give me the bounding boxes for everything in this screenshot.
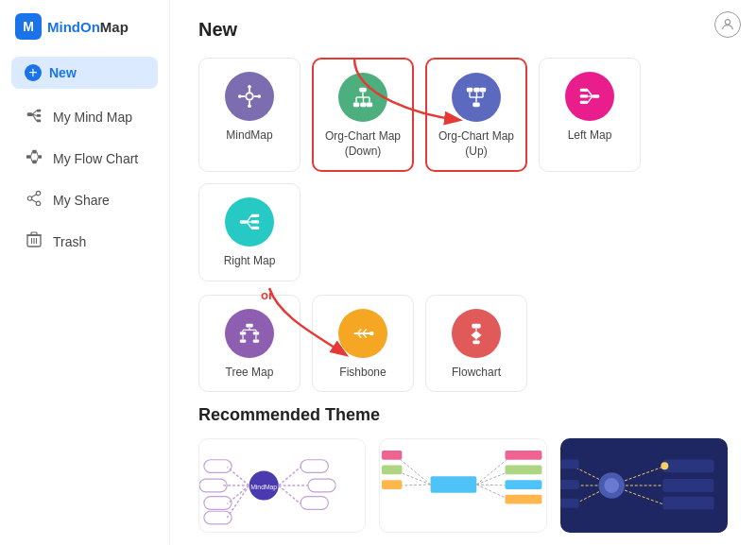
svg-rect-99 bbox=[204, 460, 232, 473]
main-content: New MindMap Org-Chart Map(Down) Org-Char… bbox=[170, 0, 756, 545]
or-label: or bbox=[261, 288, 273, 302]
map-card-left-map[interactable]: Left Map bbox=[539, 58, 641, 172]
map-card-mindmap[interactable]: MindMap bbox=[198, 58, 301, 172]
svg-rect-55 bbox=[593, 94, 599, 98]
sidebar-item-my-flow-chart[interactable]: My Flow Chart bbox=[6, 139, 163, 179]
svg-line-92 bbox=[279, 468, 301, 485]
svg-text:MindMap: MindMap bbox=[250, 484, 277, 491]
svg-rect-22 bbox=[31, 232, 37, 235]
svg-line-110 bbox=[399, 472, 431, 485]
svg-rect-56 bbox=[580, 89, 588, 92]
svg-line-19 bbox=[31, 199, 36, 202]
new-label: New bbox=[49, 65, 77, 80]
map-card-flowchart[interactable]: Flowchart bbox=[425, 295, 527, 393]
map-card-org-chart-down[interactable]: Org-Chart Map(Down) bbox=[312, 58, 414, 172]
svg-line-118 bbox=[477, 485, 509, 485]
svg-rect-88 bbox=[472, 340, 479, 344]
mindmap-icon bbox=[225, 72, 274, 121]
svg-rect-93 bbox=[301, 460, 328, 473]
svg-point-33 bbox=[248, 85, 251, 89]
sidebar: M MindOnMap + New My Mind Map My Flow Ch… bbox=[0, 0, 170, 545]
sidebar-item-trash[interactable]: Trash bbox=[6, 222, 163, 262]
map-card-right-map[interactable]: Right Map bbox=[198, 183, 301, 281]
map-card-org-chart-up[interactable]: Org-Chart Map (Up) bbox=[425, 58, 527, 172]
svg-rect-8 bbox=[32, 150, 37, 154]
svg-rect-131 bbox=[560, 480, 579, 489]
svg-rect-109 bbox=[382, 451, 402, 460]
svg-point-28 bbox=[247, 94, 252, 99]
svg-point-36 bbox=[257, 94, 261, 98]
tree-map-icon bbox=[225, 309, 274, 358]
svg-point-26 bbox=[725, 20, 730, 25]
svg-rect-70 bbox=[240, 332, 246, 334]
svg-line-13 bbox=[37, 152, 39, 157]
svg-point-17 bbox=[27, 196, 32, 201]
my-flow-chart-label: My Flow Chart bbox=[53, 151, 138, 166]
svg-line-59 bbox=[588, 91, 593, 97]
svg-rect-117 bbox=[506, 466, 542, 475]
svg-rect-121 bbox=[506, 495, 542, 504]
svg-rect-62 bbox=[240, 220, 247, 224]
svg-line-4 bbox=[32, 111, 37, 114]
svg-rect-119 bbox=[506, 481, 542, 490]
svg-line-114 bbox=[477, 458, 509, 485]
svg-rect-39 bbox=[360, 103, 367, 108]
flowchart-label: Flowchart bbox=[452, 366, 501, 381]
logo-icon: M bbox=[15, 13, 42, 40]
logo: M MindOnMap bbox=[0, 0, 169, 53]
svg-rect-63 bbox=[251, 214, 259, 217]
theme-card-1[interactable]: MindMap bbox=[198, 438, 366, 533]
mind-map-icon bbox=[25, 107, 43, 128]
user-icon[interactable] bbox=[714, 11, 741, 38]
svg-line-68 bbox=[247, 222, 251, 228]
fishbone-label: Fishbone bbox=[339, 366, 386, 381]
svg-rect-95 bbox=[308, 480, 335, 493]
svg-rect-47 bbox=[467, 88, 473, 93]
new-section-title: New bbox=[198, 19, 728, 41]
theme-card-2[interactable] bbox=[379, 438, 546, 533]
org-chart-down-label: Org-Chart Map(Down) bbox=[325, 129, 401, 159]
sidebar-item-my-mind-map[interactable]: My Mind Map bbox=[6, 97, 163, 137]
svg-rect-113 bbox=[382, 481, 402, 490]
svg-rect-97 bbox=[301, 497, 328, 510]
left-map-icon bbox=[565, 72, 614, 121]
svg-rect-48 bbox=[473, 88, 480, 93]
flow-chart-icon bbox=[25, 148, 43, 169]
svg-marker-87 bbox=[471, 331, 481, 339]
svg-rect-64 bbox=[251, 220, 259, 223]
svg-line-14 bbox=[37, 157, 39, 162]
svg-line-116 bbox=[477, 472, 509, 485]
my-mind-map-label: My Mind Map bbox=[53, 110, 132, 125]
trash-icon bbox=[25, 231, 43, 252]
trash-label: Trash bbox=[53, 234, 86, 249]
theme-card-3[interactable] bbox=[560, 438, 728, 533]
mindmap-label: MindMap bbox=[226, 128, 272, 144]
svg-rect-71 bbox=[253, 332, 260, 334]
org-chart-up-icon bbox=[452, 73, 501, 122]
svg-point-136 bbox=[661, 463, 668, 470]
svg-line-108 bbox=[399, 458, 431, 485]
map-card-fishbone[interactable]: Fishbone bbox=[312, 295, 414, 393]
svg-rect-101 bbox=[199, 480, 227, 493]
svg-point-85 bbox=[369, 331, 374, 335]
svg-point-15 bbox=[36, 191, 41, 196]
svg-line-61 bbox=[588, 96, 593, 102]
svg-point-16 bbox=[36, 201, 41, 206]
svg-point-35 bbox=[238, 94, 242, 98]
svg-rect-1 bbox=[37, 110, 42, 112]
svg-line-120 bbox=[477, 485, 509, 500]
sidebar-item-my-share[interactable]: My Share bbox=[6, 180, 163, 220]
plus-icon: + bbox=[25, 64, 42, 81]
map-card-tree-map[interactable]: Tree Map bbox=[198, 295, 301, 393]
right-map-icon bbox=[225, 197, 274, 247]
svg-rect-3 bbox=[37, 120, 42, 123]
new-button[interactable]: + New bbox=[11, 57, 158, 89]
svg-rect-49 bbox=[480, 88, 487, 93]
svg-rect-0 bbox=[27, 112, 32, 116]
svg-rect-129 bbox=[560, 460, 579, 469]
logo-text: MindOnMap bbox=[47, 19, 129, 35]
svg-rect-133 bbox=[560, 499, 579, 508]
svg-rect-65 bbox=[251, 227, 259, 230]
theme-grid: MindMap bbox=[198, 438, 728, 545]
my-share-label: My Share bbox=[53, 193, 110, 208]
